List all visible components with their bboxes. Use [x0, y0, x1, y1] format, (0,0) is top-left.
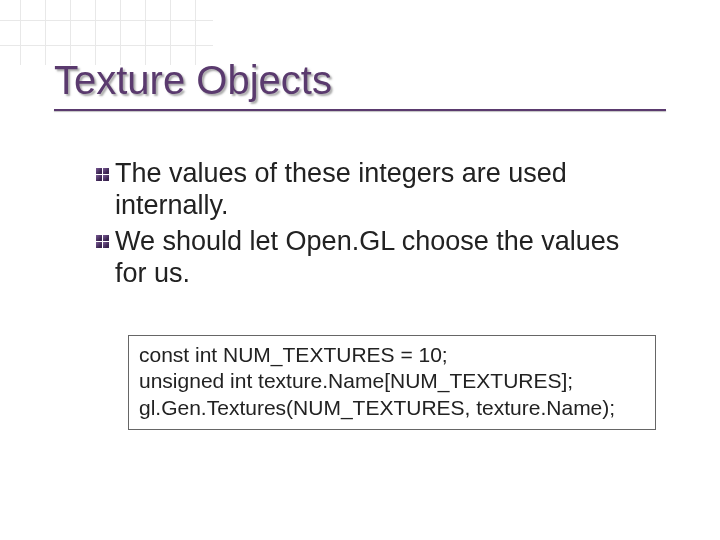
diamond-bullet-icon — [95, 235, 109, 249]
slide-body: The values of these integers are used in… — [95, 158, 655, 293]
grid-mask-bottom — [0, 65, 213, 540]
bullet-text: The values of these integers are used in… — [115, 158, 655, 222]
title-wrap: Texture Objects — [54, 58, 332, 102]
code-box: const int NUM_TEXTURES = 10; unsigned in… — [128, 335, 656, 430]
title-underline — [54, 109, 666, 111]
slide-title: Texture Objects — [54, 58, 332, 102]
code-line: const int NUM_TEXTURES = 10; — [139, 342, 645, 368]
code-line: gl.Gen.Textures(NUM_TEXTURES, texture.Na… — [139, 395, 645, 421]
code-line: unsigned int texture.Name[NUM_TEXTURES]; — [139, 368, 645, 394]
slide: Texture Objects The values of these inte… — [0, 0, 720, 540]
bullet-item: The values of these integers are used in… — [95, 158, 655, 222]
diamond-bullet-icon — [95, 167, 109, 181]
bullet-text: We should let Open.GL choose the values … — [115, 226, 655, 290]
bullet-item: We should let Open.GL choose the values … — [95, 226, 655, 290]
